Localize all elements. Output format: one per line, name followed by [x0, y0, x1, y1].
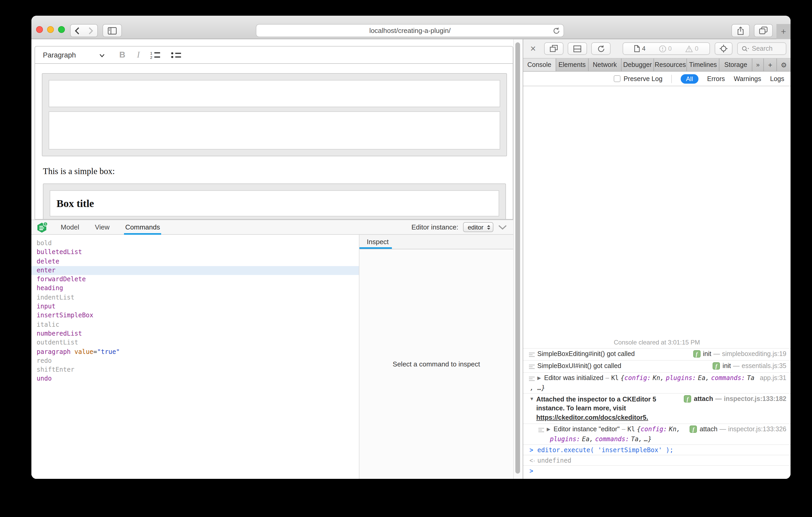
source-location-link[interactable]: simpleboxediting.js:19: [722, 350, 786, 357]
command-item[interactable]: paragraph value="true": [31, 347, 359, 357]
traffic-lights: [36, 26, 65, 33]
document-paragraph[interactable]: This is a simple box:: [43, 166, 510, 177]
disclosure-triangle[interactable]: ▶: [547, 427, 554, 432]
scrollbar-thumb[interactable]: [515, 42, 520, 474]
command-item[interactable]: insertSimpleBox: [31, 311, 359, 321]
plus-icon: +: [781, 26, 786, 37]
command-item[interactable]: indentList: [31, 293, 359, 302]
tab-commands[interactable]: Commands: [125, 220, 160, 235]
command-item[interactable]: bold: [31, 239, 359, 248]
source-location-link[interactable]: inspector.js:133:182: [724, 395, 786, 402]
tab-model[interactable]: Model: [61, 220, 79, 235]
console-message[interactable]: ▶ Editor instance "editor" – Kl {config:…: [523, 423, 790, 444]
settings-gear-button[interactable]: ⚙: [777, 59, 790, 71]
source-location-link[interactable]: essentials.js:35: [742, 362, 786, 369]
tab-storage[interactable]: Storage: [720, 59, 752, 71]
console-message[interactable]: SimpleBoxEditing#init() got called f ini…: [523, 348, 790, 360]
page-viewport: Paragraph B I 1 2: [31, 39, 523, 479]
editor-content[interactable]: This is a simple box: Box title: [35, 64, 513, 219]
new-tab-button[interactable]: +: [776, 24, 790, 39]
simple-box-widget[interactable]: [42, 73, 507, 156]
tab-console[interactable]: Console: [523, 59, 556, 71]
command-item[interactable]: numberedList: [31, 329, 359, 338]
console-message[interactable]: ▼ Attached the inspector to a CKEditor 5…: [523, 393, 790, 423]
simple-box-description-field[interactable]: [49, 111, 500, 150]
preserve-log-checkbox[interactable]: [614, 75, 620, 82]
disclosure-triangle[interactable]: ▼: [529, 396, 536, 401]
console-result[interactable]: <· undefined: [523, 455, 790, 465]
tab-elements[interactable]: Elements: [556, 59, 588, 71]
numbered-list-button[interactable]: 1 2: [150, 51, 161, 59]
close-window-button[interactable]: [36, 26, 43, 33]
divider: [671, 74, 672, 83]
address-bar[interactable]: localhost/creating-a-plugin/: [256, 24, 564, 37]
tab-overview-button[interactable]: [754, 24, 773, 37]
heading-dropdown[interactable]: Paragraph: [43, 51, 95, 59]
filter-errors[interactable]: Errors: [707, 75, 725, 82]
input-prompt-icon: >: [529, 467, 537, 475]
console-message[interactable]: SimpleBoxUI#init() got called f init — e…: [523, 360, 790, 372]
disclosure-triangle[interactable]: ▶: [537, 375, 544, 380]
chevron-right-icon: [88, 27, 93, 34]
filter-all[interactable]: All: [681, 74, 698, 83]
command-item[interactable]: redo: [31, 357, 359, 366]
bold-button[interactable]: B: [119, 50, 125, 60]
tab-timelines[interactable]: Timelines: [687, 59, 720, 71]
close-inspector-button[interactable]: ✕: [530, 44, 536, 53]
command-item[interactable]: input: [31, 302, 359, 311]
ckeditor-docs-link[interactable]: https://ckeditor.com/docs/ckeditor5.: [536, 414, 648, 421]
inspect-tab-strip: Inspect: [359, 235, 513, 249]
command-item[interactable]: undo: [31, 374, 359, 384]
filter-warnings[interactable]: Warnings: [734, 75, 761, 82]
add-tab-button[interactable]: +: [764, 59, 777, 71]
command-item[interactable]: forwardDelete: [31, 275, 359, 284]
editor-instance-select[interactable]: editor: [463, 222, 493, 232]
source-location-link[interactable]: app.js:31: [760, 374, 786, 381]
simple-box-title-field[interactable]: Box title: [50, 190, 499, 216]
command-item[interactable]: heading: [31, 284, 359, 293]
reload-button[interactable]: [553, 27, 560, 37]
command-item[interactable]: outdentList: [31, 338, 359, 347]
console-output[interactable]: Console cleared at 3:01:15 PM SimpleBoxE…: [523, 87, 790, 479]
collapse-inspector-icon[interactable]: [498, 224, 507, 230]
console-input-echo[interactable]: > editor.execute( 'insertSimpleBox' );: [523, 444, 790, 455]
console-filter-bar: Preserve Log All Errors Warnings Logs: [523, 71, 790, 86]
tab-view[interactable]: View: [95, 220, 110, 235]
dock-bottom-button[interactable]: [568, 42, 587, 55]
zoom-window-button[interactable]: [58, 26, 65, 33]
element-picker-button[interactable]: [715, 42, 732, 55]
console-message[interactable]: ▶ Editor was initialized – Kl {config: K…: [523, 372, 790, 393]
tab-debugger[interactable]: Debugger: [621, 59, 654, 71]
simple-box-title-field[interactable]: [49, 80, 500, 107]
search-field[interactable]: Search: [737, 42, 786, 55]
tab-network[interactable]: Network: [588, 59, 621, 71]
filter-logs[interactable]: Logs: [770, 75, 784, 82]
log-icon: [539, 427, 547, 434]
bulleted-list-button[interactable]: [171, 52, 181, 58]
minimize-window-button[interactable]: [47, 26, 54, 33]
forward-button[interactable]: [84, 24, 98, 37]
sidebar-toggle-button[interactable]: [103, 24, 122, 37]
italic-button[interactable]: I: [137, 50, 140, 60]
detach-button[interactable]: [544, 42, 563, 55]
commands-list: bold bulletedList delete enter forwardDe…: [31, 235, 359, 479]
resource-status-group[interactable]: 4 0 0: [622, 42, 710, 55]
back-button[interactable]: [70, 24, 84, 37]
sidebar-icon: [108, 27, 117, 34]
console-prompt-row[interactable]: >: [523, 465, 790, 479]
command-item[interactable]: shiftEnter: [31, 365, 359, 374]
tab-overflow-button[interactable]: »: [752, 59, 764, 71]
simple-box-widget[interactable]: Box title: [43, 183, 506, 219]
source-location-link[interactable]: inspector.js:133:326: [728, 426, 786, 433]
share-button[interactable]: [731, 24, 750, 37]
reload-page-button[interactable]: [591, 42, 611, 55]
result-prompt-icon: <·: [529, 457, 537, 464]
tab-resources[interactable]: Resources: [654, 59, 687, 71]
chevron-down-icon[interactable]: [99, 50, 105, 60]
page-scrollbar[interactable]: [513, 39, 522, 479]
command-item[interactable]: bulletedList: [31, 248, 359, 257]
command-item[interactable]: delete: [31, 257, 359, 266]
command-item-selected[interactable]: enter: [31, 266, 359, 275]
command-item[interactable]: italic: [31, 320, 359, 329]
detach-icon: [550, 45, 558, 52]
